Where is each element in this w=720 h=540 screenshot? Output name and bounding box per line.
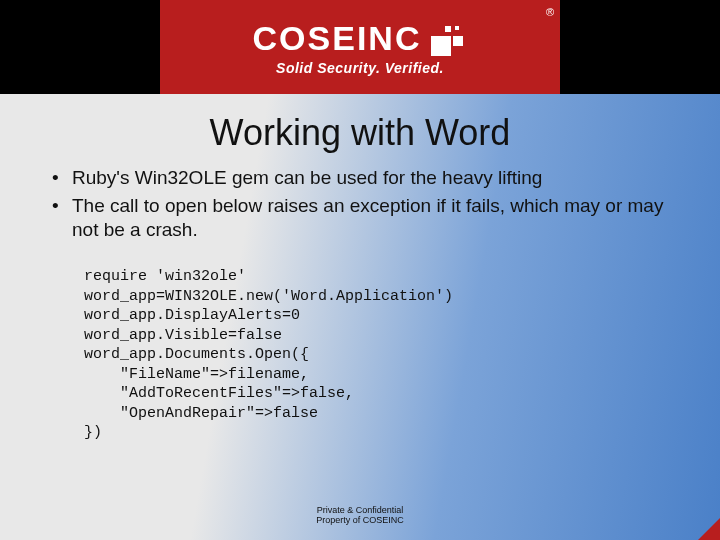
tagline: Solid Security. Verified. bbox=[276, 60, 444, 76]
logo-band: ® COSEINC Solid Security. Verified. bbox=[160, 0, 560, 94]
list-item: The call to open below raises an excepti… bbox=[52, 194, 690, 242]
list-item: Ruby's Win32OLE gem can be used for the … bbox=[52, 166, 690, 190]
slide-title: Working with Word bbox=[0, 112, 720, 154]
logo-row: COSEINC bbox=[253, 19, 468, 58]
brand-name: COSEINC bbox=[253, 19, 422, 58]
code-block: require 'win32ole' word_app=WIN32OLE.new… bbox=[84, 267, 690, 443]
logo-icon bbox=[431, 20, 467, 56]
registered-mark: ® bbox=[546, 6, 554, 18]
footer-line2: Property of COSEINC bbox=[0, 516, 720, 526]
corner-accent-icon bbox=[698, 518, 720, 540]
bullet-list: Ruby's Win32OLE gem can be used for the … bbox=[0, 166, 720, 241]
footer: Private & Confidential Property of COSEI… bbox=[0, 506, 720, 526]
header-bar: ® COSEINC Solid Security. Verified. bbox=[0, 0, 720, 94]
